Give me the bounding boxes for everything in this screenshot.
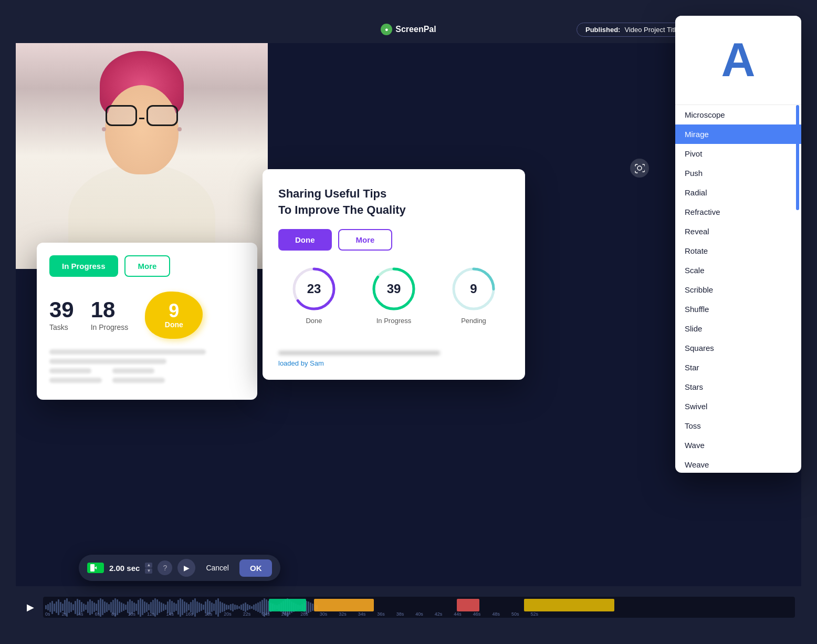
tick-4: 4s (78, 611, 83, 617)
dropdown-item-scale[interactable]: Scale (675, 261, 801, 280)
svg-rect-7 (90, 564, 95, 572)
done-blob: 9 Done (145, 292, 203, 339)
tick-22: 22s (243, 611, 251, 617)
in-progress-number: 18 (91, 299, 116, 321)
ok-button[interactable]: OK (239, 559, 273, 577)
waveform-bar (201, 604, 202, 611)
blur-date-2 (49, 378, 102, 383)
transition-preview: A (675, 16, 801, 105)
cancel-button[interactable]: Cancel (201, 560, 234, 575)
transitions-dropdown: A MicroscopeMiragePivotPushRadialRefract… (675, 16, 801, 473)
card-title: Sharing Useful Tips To Improve The Quali… (278, 186, 509, 219)
waveform-bar (163, 604, 164, 611)
dropdown-item-weave[interactable]: Weave (675, 455, 801, 473)
dropdown-list[interactable]: MicroscopeMiragePivotPushRadialRefractiv… (675, 105, 801, 473)
published-label: Published: (585, 26, 620, 34)
blur-last-edited (278, 351, 440, 355)
dropdown-item-scribble[interactable]: Scribble (675, 280, 801, 299)
tasks-stat: 39 Tasks (49, 299, 74, 331)
timeline-controls: ▶ 0s 2s 4s 6s 8s 10s 12s 14s 16s (16, 586, 801, 628)
waveform-bar (251, 606, 253, 609)
blur-date-3 (112, 368, 154, 373)
tick-32: 32s (339, 611, 347, 617)
preview-play-button[interactable]: ▶ (177, 559, 195, 577)
tick-38: 38s (396, 611, 404, 617)
person-face (105, 85, 179, 174)
waveform-bar (47, 604, 49, 610)
dropdown-item-radial[interactable]: Radial (675, 183, 801, 202)
tick-30: 30s (320, 611, 328, 617)
timeline-track[interactable]: 0s 2s 4s 6s 8s 10s 12s 14s 16s 18s 20s 2… (43, 597, 795, 618)
dropdown-item-rotate[interactable]: Rotate (675, 241, 801, 261)
dropdown-item-toss[interactable]: Toss (675, 416, 801, 435)
card-blurred-content: loaded by Sam (278, 330, 509, 367)
waveform-bar (62, 604, 64, 611)
preview-letter: A (721, 33, 756, 87)
screenshot-icon[interactable] (630, 159, 649, 178)
tick-24: 24s (262, 611, 270, 617)
in-progress-button[interactable]: In Progress (49, 255, 118, 277)
play-button[interactable]: ▶ (22, 599, 39, 616)
tick-34: 34s (358, 611, 366, 617)
waveform-bar (228, 605, 229, 609)
more-button-right[interactable]: More (338, 229, 393, 251)
dropdown-item-shuffle[interactable]: Shuffle (675, 299, 801, 319)
tick-50: 50s (511, 611, 519, 617)
waveform-bar (213, 604, 215, 611)
earring-left (102, 127, 106, 131)
waveform-bar (247, 604, 248, 610)
dropdown-item-reveal[interactable]: Reveal (675, 222, 801, 241)
pending-label: Pending (461, 317, 486, 325)
card-title-line2: To Improve The Quality (278, 203, 406, 216)
dropdown-item-mirage[interactable]: Mirage (675, 124, 801, 144)
blob-label: Done (165, 320, 183, 329)
tick-20: 20s (224, 611, 232, 617)
tick-6: 6s (95, 611, 100, 617)
dropdown-item-pivot[interactable]: Pivot (675, 144, 801, 163)
in-progress-circle-item: 39 In Progress (370, 265, 417, 325)
right-glass (146, 105, 178, 126)
dropdown-item-slide[interactable]: Slide (675, 319, 801, 338)
dropdown-scrollbar[interactable] (796, 105, 799, 210)
earring-right (177, 127, 182, 131)
tick-48: 48s (492, 611, 500, 617)
app-logo: ● ScreenPal (381, 24, 436, 35)
tick-18: 18s (205, 611, 213, 617)
done-number: 23 (307, 282, 321, 296)
blurred-content-left (49, 349, 245, 387)
done-button[interactable]: Done (278, 229, 332, 251)
waveform-bar (234, 605, 236, 610)
svg-point-0 (637, 166, 642, 170)
dropdown-item-refractive[interactable]: Refractive (675, 202, 801, 222)
waveform-bar (165, 605, 166, 610)
dropdown-item-wave[interactable]: Wave (675, 435, 801, 455)
tick-36: 36s (377, 611, 385, 617)
blur-date-1 (49, 368, 91, 373)
spinner-up[interactable]: ▲ (145, 563, 152, 568)
waveform-bar (312, 604, 313, 611)
transition-bar: 2.00 sec ▲ ▼ ? ▶ Cancel OK (79, 555, 280, 581)
tick-8: 8s (111, 611, 117, 617)
waveform-bar (230, 604, 232, 610)
left-glass (106, 105, 137, 126)
more-button-left[interactable]: More (124, 255, 171, 277)
project-title-label: Video Project Title (624, 26, 679, 34)
help-button[interactable]: ? (158, 560, 172, 575)
waveform-bar (175, 604, 177, 611)
glass-bridge (139, 118, 144, 119)
done-label: Done (306, 317, 322, 325)
segment-red (457, 599, 479, 611)
segment-orange (314, 599, 374, 611)
tick-42: 42s (435, 611, 443, 617)
dropdown-item-squares[interactable]: Squares (675, 338, 801, 358)
dropdown-item-microscope[interactable]: Microscope (675, 105, 801, 124)
blur-line-2 (49, 359, 166, 364)
duration-spinner[interactable]: ▲ ▼ (145, 563, 152, 574)
dropdown-item-stars[interactable]: Stars (675, 377, 801, 397)
in-progress-circle: 39 (370, 265, 417, 313)
dropdown-item-swivel[interactable]: Swivel (675, 397, 801, 416)
dropdown-item-star[interactable]: Star (675, 358, 801, 377)
spinner-down[interactable]: ▼ (145, 568, 152, 574)
dropdown-item-push[interactable]: Push (675, 163, 801, 183)
blur-line-1 (49, 349, 206, 355)
